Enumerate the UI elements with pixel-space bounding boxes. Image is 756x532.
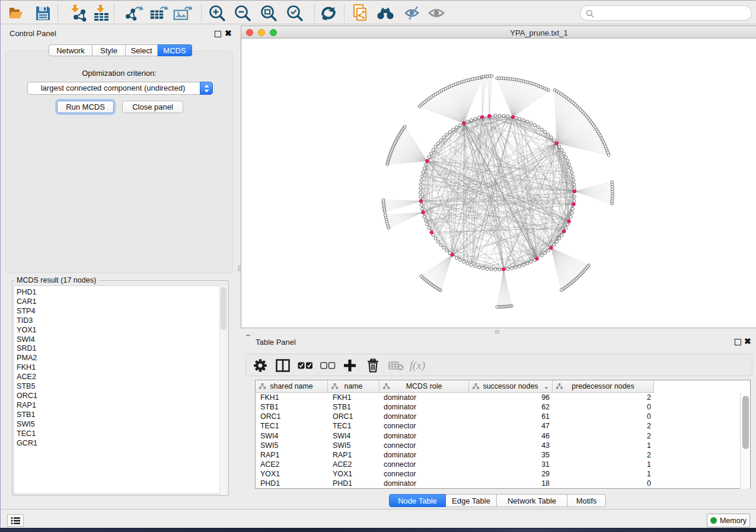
table-panel-tabs: Node TableEdge TableNetwork TableMotifs (389, 494, 606, 507)
cell-predecessor-nodes: 1 (256, 441, 651, 450)
cell-predecessor-nodes: 0 (256, 403, 651, 411)
result-node-item[interactable]: FKH1 (14, 363, 227, 373)
tab-edge-table[interactable]: Edge Table (446, 494, 497, 507)
import-table-icon[interactable] (91, 4, 110, 23)
tab-select[interactable]: Select (126, 44, 158, 56)
search-input[interactable] (596, 7, 747, 19)
toolbar-separator (114, 4, 114, 22)
export-image-icon[interactable] (173, 4, 192, 23)
table-panel-float-icon[interactable] (735, 339, 741, 345)
mcds-panel: Optimization criterion: largest connecte… (5, 51, 233, 273)
zoom-in-icon[interactable] (208, 4, 227, 23)
function-builder-icon[interactable]: f(x) (408, 356, 427, 375)
add-column-icon[interactable] (340, 356, 359, 375)
export-table-icon[interactable] (149, 4, 168, 23)
delete-table-icon[interactable] (387, 356, 406, 375)
vertical-splitter-grip[interactable] (238, 265, 241, 271)
show-details-icon[interactable] (427, 4, 446, 23)
select-stepper-icon (200, 82, 213, 95)
table-header: shared namenameMCDS rolesuccessor nodes⌄… (256, 380, 654, 393)
memory-button[interactable]: Memory (707, 514, 750, 527)
mcds-result-list[interactable]: PHD1CAR1STP4TID3YOX1SWI4SRD1PMA2FKH1ACE2… (14, 286, 227, 494)
deselect-all-checkboxes-icon[interactable] (318, 356, 337, 375)
table-row-PHD1[interactable]: PHD1PHD1dominator180 (256, 479, 741, 488)
result-node-item[interactable]: STP4 (14, 307, 227, 316)
table-row-ORC1[interactable]: ORC1ORC1dominator610 (256, 412, 741, 421)
network-window-titlebar[interactable]: YPA_prune.txt_1 (241, 25, 756, 39)
result-node-item[interactable]: ORC1 (14, 392, 227, 401)
zoom-fit-icon[interactable] (259, 4, 278, 23)
mcds-result-scrollbar[interactable] (219, 286, 227, 494)
clone-network-icon[interactable] (351, 4, 370, 23)
table-row-YOX1[interactable]: YOX1YOX1connector291 (256, 469, 741, 479)
control-panel-close-icon[interactable]: ✖ (225, 30, 232, 37)
desktop-wallpaper (0, 528, 756, 532)
search-box[interactable] (580, 5, 752, 21)
scrollbar-thumb[interactable] (221, 287, 227, 330)
scrollbar-thumb[interactable] (742, 396, 749, 449)
result-node-item[interactable]: CAR1 (14, 297, 227, 307)
zoom-selected-icon[interactable] (285, 4, 304, 23)
open-folder-icon[interactable] (7, 4, 25, 23)
result-node-item[interactable]: PMA2 (14, 354, 227, 363)
tab-network[interactable]: Network (49, 44, 92, 56)
tab-network-table[interactable]: Network Table (497, 494, 567, 507)
tab-motifs[interactable]: Motifs (567, 494, 606, 507)
table-panel-title: Table Panel (256, 338, 296, 347)
show-panels-list-button[interactable] (7, 514, 24, 527)
status-bar: Memory (1, 509, 756, 528)
column-header-MCDS-role[interactable]: MCDS role (379, 380, 469, 392)
column-header-successor-nodes[interactable]: successor nodes⌄ (469, 380, 553, 392)
table-row-TEC1[interactable]: TEC1TEC1connector472 (256, 421, 741, 431)
result-node-item[interactable]: STB5 (14, 382, 227, 392)
result-node-item[interactable]: STB1 (14, 411, 227, 420)
optimization-criterion-select[interactable]: largest connected component (undirected) (27, 82, 213, 95)
settings-gear-icon[interactable] (251, 356, 270, 375)
network-canvas[interactable] (241, 39, 756, 328)
result-node-item[interactable]: YOX1 (14, 326, 227, 335)
run-mcds-button[interactable]: Run MCDS (57, 101, 114, 113)
cell-predecessor-nodes: 0 (256, 412, 651, 421)
column-header-shared-name[interactable]: shared name (256, 380, 328, 392)
result-node-item[interactable]: RAP1 (14, 401, 227, 411)
control-panel-tabs: NetworkStyleSelectMCDS (49, 44, 192, 56)
export-network-icon[interactable] (125, 4, 144, 23)
result-node-item[interactable]: GCR1 (14, 439, 227, 448)
table-row-RAP1[interactable]: RAP1RAP1dominator352 (256, 450, 741, 460)
select-all-checkboxes-icon[interactable] (296, 356, 315, 375)
close-panel-button[interactable]: Close panel (122, 101, 183, 113)
tab-node-table[interactable]: Node Table (389, 494, 446, 507)
horizontal-splitter-grip[interactable] (495, 330, 499, 334)
delete-column-trash-icon[interactable] (363, 356, 382, 375)
table-row-SWI5[interactable]: SWI5SWI5connector431 (256, 441, 741, 450)
find-icon[interactable] (376, 4, 395, 23)
tab-style[interactable]: Style (92, 44, 126, 56)
result-node-item[interactable]: SRD1 (14, 344, 227, 354)
table-row-ACE2[interactable]: ACE2ACE2connector311 (256, 460, 741, 469)
result-node-item[interactable]: SWI4 (14, 335, 227, 345)
result-node-item[interactable]: SWI5 (14, 420, 227, 430)
table-row-SWI4[interactable]: SWI4SWI4dominator462 (256, 431, 741, 441)
table-panel-close-icon[interactable]: ✖ (744, 338, 751, 345)
result-node-item[interactable]: TID3 (14, 316, 227, 326)
hide-details-icon[interactable] (403, 4, 422, 23)
cell-predecessor-nodes: 1 (256, 470, 651, 478)
import-network-icon[interactable] (69, 4, 88, 23)
sort-chevron-icon[interactable]: ⌄ (544, 383, 549, 390)
table-row-STB1[interactable]: STB1STB1dominator620 (256, 402, 741, 412)
split-columns-icon[interactable] (273, 356, 292, 375)
result-node-item[interactable]: TEC1 (14, 430, 227, 439)
table-scrollbar[interactable] (740, 393, 750, 489)
splitter-collapse-grip[interactable] (246, 335, 250, 336)
refresh-icon[interactable] (319, 4, 338, 23)
result-node-item[interactable]: PHD1 (14, 288, 227, 297)
column-header-predecessor-nodes[interactable]: predecessor nodes (553, 380, 654, 392)
cell-predecessor-nodes: 2 (256, 422, 651, 430)
table-row-FKH1[interactable]: FKH1FKH1dominator962 (256, 393, 741, 402)
control-panel-float-icon[interactable] (215, 31, 221, 37)
column-header-name[interactable]: name (328, 380, 379, 392)
tab-mcds[interactable]: MCDS (158, 44, 192, 56)
save-icon[interactable] (33, 4, 52, 23)
result-node-item[interactable]: ACE2 (14, 373, 227, 382)
zoom-out-icon[interactable] (233, 4, 252, 23)
